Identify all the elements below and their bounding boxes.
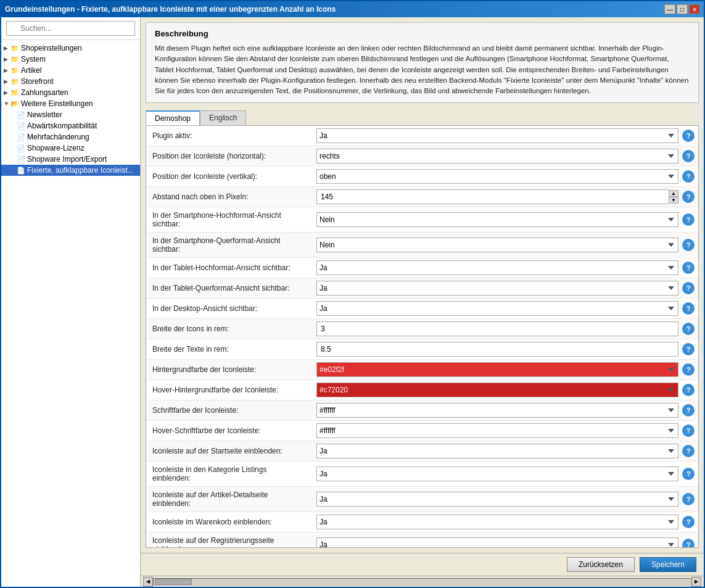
tree-item-mehrfach[interactable]: 📄 Mehrfachänderung xyxy=(1,131,140,143)
select-artikel-detail[interactable]: JaNein xyxy=(316,492,678,507)
tree-item-shopware-lizenz[interactable]: 📄 Shopware-Lizenz xyxy=(1,143,140,154)
select-desktop[interactable]: JaNein xyxy=(316,301,678,316)
expand-icon: ▶ xyxy=(4,56,10,62)
tree-item-shopeinstellungen[interactable]: ▶ 📁 Shopeinstellungen xyxy=(1,43,140,54)
select-hover-schrift[interactable]: #ffffff xyxy=(316,423,678,438)
form-label-kategorie: Iconleiste in den Kategorie Listings ein… xyxy=(146,462,313,486)
hscroll-track[interactable] xyxy=(153,578,691,586)
form-row-position-vertikal: Position der Iconleiste (vertikal):obenu… xyxy=(146,167,698,187)
tree-panel: ▶ 📁 Shopeinstellungen ▶ 📁 System ▶ 📁 Art… xyxy=(1,40,140,587)
form-label-warenkorb: Iconleiste im Warenkorb einblenden: xyxy=(146,514,313,530)
tree-item-fixierte[interactable]: 📄 Fixierte, aufklappbare Iconleist... xyxy=(1,165,140,176)
help-button-hintergrund-farbe[interactable]: ? xyxy=(682,363,695,376)
help-button-tablet-quer[interactable]: ? xyxy=(682,282,695,294)
help-button-tablet-hoch[interactable]: ? xyxy=(682,262,695,274)
tree-item-storefront[interactable]: ▶ 📁 Storefront xyxy=(1,76,140,87)
tree-item-weitere[interactable]: ▼ 📂 Weitere Einstellungen xyxy=(1,98,140,109)
select-smartphone-quer[interactable]: JaNein xyxy=(316,238,678,252)
save-button[interactable]: Speichern xyxy=(640,557,696,572)
help-button-startseite[interactable]: ? xyxy=(682,445,695,457)
form-control-wrap-hintergrund-farbe: #e02f2f? xyxy=(313,360,698,379)
form-row-plugin-aktiv: Plugin aktiv:JaNein? xyxy=(146,126,698,146)
spinner-input-abstand-oben[interactable] xyxy=(316,189,669,204)
form-row-desktop: In der Desktop-Ansicht sichtbar:JaNein? xyxy=(146,299,698,319)
spinner-up-abstand-oben[interactable]: ▲ xyxy=(669,190,678,197)
help-button-smartphone-hoch[interactable]: ? xyxy=(682,213,695,226)
help-button-position-vertikal[interactable]: ? xyxy=(682,170,695,183)
tree-label: System xyxy=(21,55,46,64)
right-panel: Beschreibung Mit diesem Plugin heftet si… xyxy=(141,17,704,587)
text-input-breite-texte[interactable] xyxy=(316,342,678,357)
form-control-wrap-position-vertikal: obenunten? xyxy=(313,167,698,186)
spinner-down-abstand-oben[interactable]: ▼ xyxy=(669,197,678,204)
tree-item-newsletter[interactable]: 📄 Newsletter xyxy=(1,109,140,120)
form-control-wrap-smartphone-quer: JaNein? xyxy=(313,235,698,255)
hscroll-thumb[interactable] xyxy=(155,579,192,585)
form-label-breite-texte: Breite der Texte in rem: xyxy=(146,341,313,357)
select-warenkorb[interactable]: JaNein xyxy=(316,515,678,529)
help-button-breite-icons[interactable]: ? xyxy=(682,323,695,335)
hscroll-right-button[interactable]: ▶ xyxy=(691,577,701,587)
expand-icon: ▶ xyxy=(4,78,10,85)
window-body: 🔍 ▶ 📁 Shopeinstellungen ▶ 📁 System xyxy=(1,17,704,587)
select-smartphone-hoch[interactable]: JaNein xyxy=(316,212,678,227)
help-button-position-horizontal[interactable]: ? xyxy=(682,150,695,162)
select-color-hintergrund-farbe[interactable]: #e02f2f xyxy=(316,362,678,377)
left-panel: 🔍 ▶ 📁 Shopeinstellungen ▶ 📁 System xyxy=(1,17,141,587)
select-schrift-farbe[interactable]: #ffffff xyxy=(316,403,678,418)
select-kategorie[interactable]: JaNein xyxy=(316,466,678,481)
form-control-wrap-kategorie: JaNein? xyxy=(313,464,698,484)
form-control-wrap-hover-hintergrund: #c72020? xyxy=(313,380,698,400)
tree-item-zahlungsarten[interactable]: ▶ 📁 Zahlungsarten xyxy=(1,87,140,98)
tree-label: Mehrfachänderung xyxy=(27,133,89,141)
select-position-vertikal[interactable]: obenunten xyxy=(316,169,678,184)
hscroll-left-button[interactable]: ◀ xyxy=(143,577,153,587)
select-registrierung[interactable]: JaNein xyxy=(316,537,678,548)
help-button-hover-hintergrund[interactable]: ? xyxy=(682,384,695,396)
help-button-kategorie[interactable]: ? xyxy=(682,468,695,480)
form-control-wrap-schrift-farbe: #ffffff? xyxy=(313,400,698,420)
select-plugin-aktiv[interactable]: JaNein xyxy=(316,128,678,143)
help-button-abstand-oben[interactable]: ? xyxy=(682,191,695,203)
form-row-hover-hintergrund: Hover-Hintergrundfarbe der Iconleiste:#c… xyxy=(146,380,698,400)
bottom-bar: Zurücksetzen Speichern xyxy=(141,553,704,576)
description-title: Beschreibung xyxy=(155,29,690,38)
help-button-plugin-aktiv[interactable]: ? xyxy=(682,130,695,142)
tree-item-artikel[interactable]: ▶ 📁 Artikel xyxy=(1,65,140,76)
tree-item-shopware-import[interactable]: 📄 Shopware Import/Export xyxy=(1,154,140,165)
form-label-smartphone-hoch: In der Smartphone-Hochformat-Ansicht sic… xyxy=(146,207,313,232)
close-button[interactable]: ✕ xyxy=(689,4,700,14)
form-control-wrap-smartphone-hoch: JaNein? xyxy=(313,210,698,230)
file-icon: 📄 xyxy=(17,122,25,130)
select-tablet-quer[interactable]: JaNein xyxy=(316,281,678,296)
select-color-hover-hintergrund[interactable]: #c72020 xyxy=(316,383,678,397)
help-button-hover-schrift[interactable]: ? xyxy=(682,424,695,437)
search-input[interactable] xyxy=(6,21,135,36)
tree-label: Artikel xyxy=(21,66,41,75)
select-position-horizontal[interactable]: rechtslinks xyxy=(316,149,678,164)
text-input-breite-icons[interactable] xyxy=(316,321,678,336)
help-button-breite-texte[interactable]: ? xyxy=(682,343,695,355)
form-row-startseite: Iconleiste auf der Startseite einblenden… xyxy=(146,441,698,462)
help-button-smartphone-quer[interactable]: ? xyxy=(682,239,695,251)
help-button-warenkorb[interactable]: ? xyxy=(682,516,695,528)
reset-button[interactable]: Zurücksetzen xyxy=(567,557,635,572)
form-row-kategorie: Iconleiste in den Kategorie Listings ein… xyxy=(146,462,698,487)
form-control-wrap-warenkorb: JaNein? xyxy=(313,512,698,532)
help-button-artikel-detail[interactable]: ? xyxy=(682,493,695,505)
folder-open-icon: 📂 xyxy=(10,100,19,108)
maximize-button[interactable]: □ xyxy=(677,4,688,14)
tab-englisch[interactable]: Englisch xyxy=(200,110,246,125)
tree-item-system[interactable]: ▶ 📁 System xyxy=(1,54,140,65)
tab-demoshop[interactable]: Demoshop xyxy=(146,110,200,125)
select-startseite[interactable]: JaNein xyxy=(316,444,678,458)
help-button-registrierung[interactable]: ? xyxy=(682,539,695,548)
spinner-abstand-oben: ▲▼ xyxy=(669,190,678,204)
form-control-wrap-tablet-quer: JaNein? xyxy=(313,278,698,298)
help-button-schrift-farbe[interactable]: ? xyxy=(682,404,695,416)
tree-item-abwaerts[interactable]: 📄 Abwärtskompatibilität xyxy=(1,120,140,131)
form-label-smartphone-quer: In der Smartphone-Querformat-Ansicht sic… xyxy=(146,233,313,257)
minimize-button[interactable]: — xyxy=(664,4,675,14)
help-button-desktop[interactable]: ? xyxy=(682,302,695,315)
select-tablet-hoch[interactable]: JaNein xyxy=(316,260,678,275)
